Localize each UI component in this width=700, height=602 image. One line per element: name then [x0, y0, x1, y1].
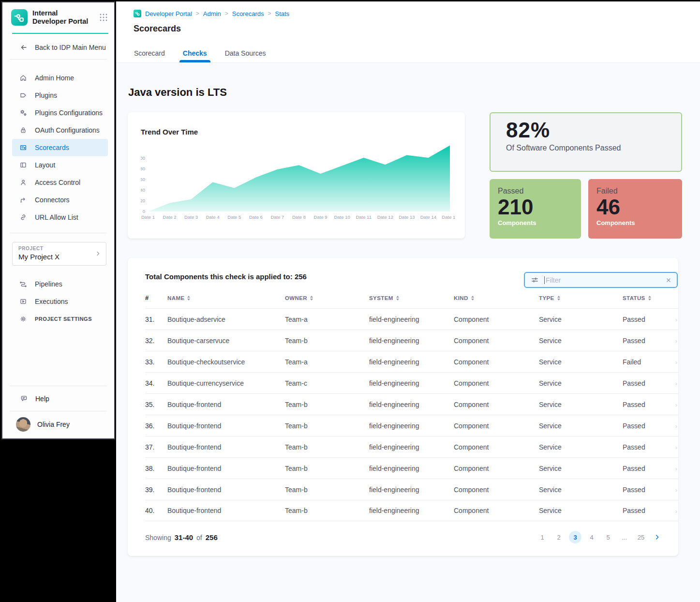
cell-system: field-engineering: [369, 486, 454, 494]
page-header: Developer Portal>Admin>Scorecards>Stats …: [116, 1, 700, 63]
sidebar-item-scorecards[interactable]: Scorecards: [12, 139, 108, 156]
page-1[interactable]: 1: [536, 531, 549, 543]
sidebar-item-executions[interactable]: Executions: [12, 293, 108, 310]
apps-grid-icon[interactable]: [99, 13, 108, 22]
column-header-[interactable]: #: [145, 294, 167, 301]
sort-icon[interactable]: [396, 296, 399, 301]
breadcrumb-link-scorecards[interactable]: Scorecards: [232, 10, 264, 17]
cell-kind: Component: [454, 316, 539, 323]
table-row[interactable]: 33.Boutique-checkoutserviceTeam-afield-e…: [145, 351, 678, 372]
filter-input[interactable]: [545, 276, 665, 285]
failed-caption: Components: [596, 219, 682, 226]
cell-num: 38.: [145, 465, 167, 472]
page-3[interactable]: 3: [569, 531, 581, 543]
user-menu[interactable]: Olivia Frey: [2, 411, 114, 438]
column-header-system[interactable]: SYSTEM: [369, 294, 454, 301]
cell-name: Boutique-currencyservice: [167, 379, 285, 387]
breadcrumb-separator: >: [196, 10, 199, 17]
table-row[interactable]: 37.Boutique-frontendTeam-bfield-engineer…: [145, 436, 678, 457]
column-header-status[interactable]: STATUS: [623, 294, 678, 301]
cell-owner: Team-c: [285, 379, 369, 387]
passed-caption: Components: [498, 219, 581, 226]
sidebar-item-plugins[interactable]: Plugins: [12, 87, 108, 104]
sidebar-item-label: Layout: [35, 161, 55, 169]
tab-scorecard[interactable]: Scorecard: [134, 49, 165, 62]
breadcrumb-link-developer-portal[interactable]: Developer Portal: [145, 10, 192, 17]
percent-caption: Of Software Components Passed: [506, 144, 681, 152]
cell-type: Service: [539, 358, 623, 366]
row-chevron-icon: ›: [675, 465, 677, 472]
breadcrumb-link-stats[interactable]: Stats: [275, 10, 289, 17]
sidebar-item-pipelines[interactable]: Pipelines: [12, 275, 108, 293]
table-row[interactable]: 38.Boutique-frontendTeam-bfield-engineer…: [145, 457, 678, 479]
cell-owner: Team-b: [285, 443, 369, 451]
column-label: STATUS: [623, 295, 645, 301]
project-nav: PipelinesExecutionsPROJECT SETTINGS: [12, 275, 108, 328]
svg-text:Date 12: Date 12: [377, 214, 393, 220]
back-to-main-menu[interactable]: Back to IDP Main Menu: [2, 34, 114, 59]
table-row[interactable]: 34.Boutique-currencyserviceTeam-cfield-e…: [145, 372, 678, 393]
svg-text:Date 5: Date 5: [227, 214, 241, 220]
cell-name: Boutique-adservice: [167, 316, 285, 323]
gear-icon: [19, 315, 27, 323]
cell-system: field-engineering: [369, 358, 454, 366]
page-5[interactable]: 5: [602, 531, 614, 543]
column-header-owner[interactable]: OWNER: [285, 294, 369, 301]
sidebar-item-url-allow-list[interactable]: URL Allow List: [12, 209, 108, 226]
breadcrumb-logo-icon: [134, 10, 141, 17]
sidebar-item-plugins-configurations[interactable]: Plugins Configurations: [12, 104, 108, 121]
column-header-kind[interactable]: KIND: [454, 294, 539, 301]
row-chevron-icon: ›: [675, 337, 677, 345]
page-25[interactable]: 25: [635, 531, 647, 543]
row-chevron-icon: ›: [675, 316, 677, 323]
sort-icon[interactable]: [557, 296, 560, 301]
sidebar-item-connectors[interactable]: Connectors: [12, 191, 108, 209]
user-name: Olivia Frey: [37, 421, 70, 428]
divider: [10, 233, 107, 233]
table-row[interactable]: 39.Boutique-frontendTeam-bfield-engineer…: [145, 479, 678, 500]
sidebar-item-label: PROJECT SETTINGS: [35, 316, 92, 322]
breadcrumb-link-admin[interactable]: Admin: [203, 10, 221, 17]
table-row[interactable]: 40.Boutique-frontendTeam-bfield-engineer…: [145, 500, 678, 521]
sidebar-item-project-settings[interactable]: PROJECT SETTINGS: [12, 310, 108, 328]
cell-status: Passed: [623, 316, 678, 323]
sort-icon[interactable]: [471, 296, 474, 301]
column-header-type[interactable]: TYPE: [539, 294, 623, 301]
cell-kind: Component: [454, 443, 539, 451]
help-button[interactable]: Help: [2, 386, 114, 411]
svg-text:60: 60: [141, 177, 145, 182]
content: Java version is LTS Trend Over Time 0204…: [116, 63, 700, 602]
column-label: KIND: [454, 295, 468, 301]
column-header-name[interactable]: NAME: [167, 294, 285, 301]
sort-icon[interactable]: [648, 296, 651, 301]
svg-text:Date 6: Date 6: [249, 214, 263, 220]
page-2[interactable]: 2: [552, 531, 565, 543]
tab-data-sources[interactable]: Data Sources: [225, 49, 266, 62]
sort-icon[interactable]: [187, 296, 190, 301]
cell-kind: Component: [454, 379, 539, 387]
project-selector[interactable]: PROJECT My Project X: [12, 242, 106, 266]
sidebar-item-layout[interactable]: Layout: [12, 156, 108, 174]
cell-system: field-engineering: [369, 443, 454, 451]
scorecard-icon: [19, 144, 27, 151]
sidebar-item-label: Connectors: [35, 196, 70, 204]
cell-status: Passed: [623, 443, 678, 451]
sidebar-item-oauth-configurations[interactable]: OAuth Configurations: [12, 121, 108, 139]
cell-type: Service: [539, 486, 623, 494]
sidebar-item-admin-home[interactable]: Admin Home: [12, 69, 108, 87]
cell-name: Boutique-frontend: [167, 465, 285, 472]
sort-icon[interactable]: [310, 296, 313, 301]
table-row[interactable]: 31.Boutique-adserviceTeam-afield-enginee…: [145, 308, 678, 330]
table-row[interactable]: 32.Boutique-carservuceTeam-bfield-engine…: [145, 330, 678, 351]
table-row[interactable]: 35.Boutique-frontendTeam-bfield-engineer…: [145, 393, 678, 415]
page-4[interactable]: 4: [585, 531, 598, 543]
next-page-icon[interactable]: [653, 533, 662, 542]
summary-column: 82% Of Software Components Passed Passed…: [490, 112, 682, 239]
tab-checks[interactable]: Checks: [183, 49, 207, 62]
sidebar-item-access-control[interactable]: Access Control: [12, 174, 108, 191]
svg-text:Date 7: Date 7: [270, 214, 284, 220]
close-icon[interactable]: [665, 277, 672, 284]
table-row[interactable]: 36.Boutique-frontendTeam-bfield-engineer…: [145, 415, 678, 436]
cell-status: Passed: [623, 337, 678, 345]
filter-sliders-icon[interactable]: [531, 276, 539, 284]
